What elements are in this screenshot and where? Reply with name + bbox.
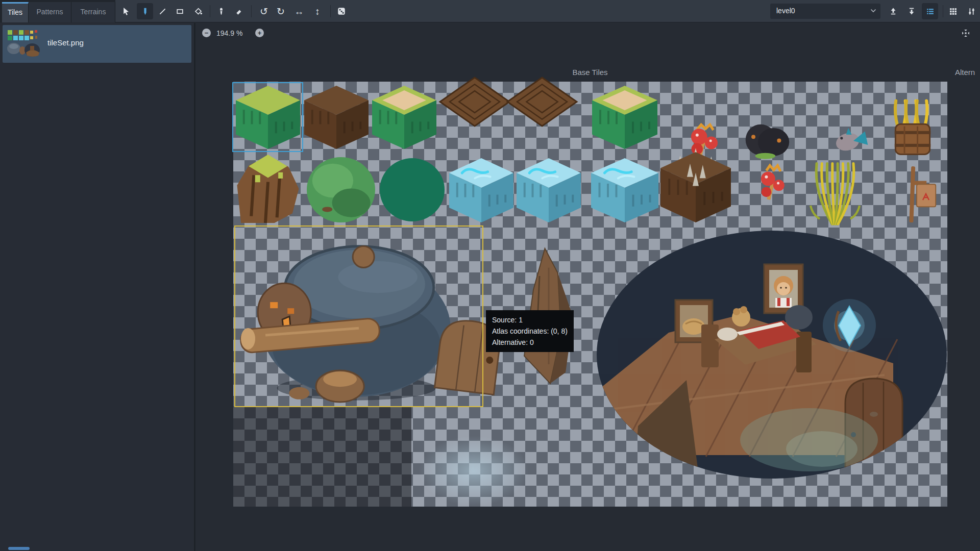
rect-tool-button[interactable]: [172, 3, 188, 19]
rect-icon: [176, 7, 184, 16]
eraser-tool-button[interactable]: [230, 3, 247, 19]
toolbar-separator: [210, 5, 210, 17]
zoom-in-button[interactable]: +: [255, 29, 264, 37]
sliders-icon: [967, 7, 976, 16]
flip-vertical-icon: ↕: [315, 7, 320, 16]
hscrollbar-thumb[interactable]: [8, 547, 30, 550]
atlas-canvas[interactable]: − 194.9 % + Base Tiles Altern Source: 1 …: [195, 23, 980, 551]
random-tile-button[interactable]: [333, 3, 350, 19]
dimmed-region: [233, 407, 411, 507]
tile-tooltip: Source: 1 Atlas coordinates: (0, 8) Alte…: [486, 310, 574, 352]
tileset-toolbar: Tiles Patterns Terrains: [0, 0, 980, 22]
tile-source-item[interactable]: tileSet.png: [3, 25, 191, 63]
selected-tile-outline: [232, 82, 303, 152]
base-tiles-header: Base Tiles: [561, 68, 619, 77]
flip-horizontal-button[interactable]: ↔: [291, 3, 307, 19]
recenter-view-button[interactable]: [961, 29, 970, 38]
undo-icon: ↺: [260, 7, 268, 16]
pencil-icon: [141, 7, 150, 16]
flip-vertical-button[interactable]: ↕: [309, 3, 326, 19]
zoom-level-label: 194.9 %: [216, 29, 242, 37]
move-layer-up-button[interactable]: [885, 3, 901, 19]
eraser-icon: [234, 7, 243, 16]
editor-tab-strip: Tiles Patterns Terrains: [0, 0, 115, 22]
toolbar-separator: [251, 5, 252, 17]
tooltip-alternative: Alternative: 0: [492, 337, 568, 348]
alternative-tiles-header-clipped: Altern: [955, 68, 975, 77]
move-layer-down-button[interactable]: [903, 3, 920, 19]
dice-icon: [337, 7, 346, 16]
grid-icon: [949, 7, 958, 16]
grid-toggle-button[interactable]: [945, 3, 961, 19]
toolbar-separator: [330, 5, 331, 17]
recenter-icon: [961, 29, 970, 38]
list-icon: [926, 7, 935, 16]
tab-tiles[interactable]: Tiles: [2, 2, 29, 22]
rotate-left-button[interactable]: ↺: [256, 3, 272, 19]
paint-tool-button[interactable]: [137, 3, 153, 19]
toolbar-separator: [943, 5, 943, 17]
layer-select-value: level0: [776, 7, 795, 15]
eyedropper-icon: [217, 7, 226, 16]
bucket-fill-tool-button[interactable]: [190, 3, 206, 19]
tooltip-source: Source: 1: [492, 314, 568, 325]
highlight-layer-toggle[interactable]: [922, 3, 938, 19]
line-icon: [158, 7, 167, 16]
tooltip-atlas-coordinates: Atlas coordinates: (0, 8): [492, 325, 568, 337]
picker-tool-button[interactable]: [213, 3, 229, 19]
rotate-right-button[interactable]: ↻: [273, 3, 289, 19]
redo-icon: ↻: [277, 7, 285, 16]
line-tool-button[interactable]: [154, 3, 170, 19]
tileset-thumbnail: [7, 29, 41, 59]
tile-sources-panel: tileSet.png: [0, 23, 194, 551]
chevron-down-icon: [870, 9, 876, 13]
tab-patterns[interactable]: Patterns: [29, 2, 71, 22]
cursor-icon: [122, 7, 131, 16]
flip-horizontal-icon: ↔: [295, 7, 304, 16]
arrow-up-bar-icon: [889, 7, 897, 15]
ghost-tile-glow: [397, 422, 550, 519]
layer-select-dropdown[interactable]: level0: [770, 4, 880, 19]
tileset-editor-window: { "tabs": [ {"label": "Tiles", "active":…: [0, 0, 980, 551]
bucket-icon: [194, 7, 203, 16]
zoom-out-button[interactable]: −: [202, 29, 211, 37]
selected-region-outline: [234, 226, 483, 407]
tab-terrains[interactable]: Terrains: [71, 2, 115, 22]
advanced-settings-button[interactable]: [963, 3, 979, 19]
selection-tool-button[interactable]: [118, 3, 134, 19]
tile-source-label: tileSet.png: [47, 38, 84, 47]
arrow-down-bar-icon: [908, 7, 916, 15]
